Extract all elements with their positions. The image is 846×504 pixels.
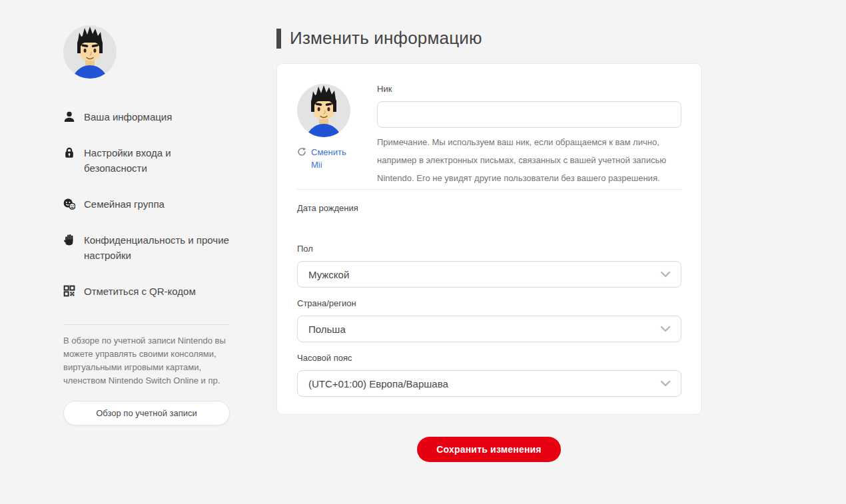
sidebar-item-sign-in-security[interactable]: Настройки входа и безопасности bbox=[63, 145, 230, 176]
chevron-down-icon bbox=[660, 326, 671, 332]
country-field: Страна/регион Польша bbox=[297, 298, 681, 342]
gender-value: Мужской bbox=[308, 269, 349, 280]
country-label: Страна/регион bbox=[297, 298, 681, 309]
save-row: Сохранить изменения bbox=[276, 437, 701, 462]
sidebar-item-family-group[interactable]: Семейная группа bbox=[63, 196, 230, 212]
sidebar-item-label: Конфиденциальность и прочие настройки bbox=[84, 232, 230, 263]
sidebar-nav: Ваша информация Настройки входа и безопа… bbox=[63, 109, 230, 299]
user-mii-avatar bbox=[63, 25, 117, 79]
nickname-field-column: Ник Примечание. Мы используем ваш ник, е… bbox=[377, 84, 681, 187]
hand-icon bbox=[63, 234, 75, 246]
chevron-down-icon bbox=[660, 380, 671, 387]
gender-label: Пол bbox=[297, 244, 681, 254]
country-value: Польша bbox=[308, 324, 346, 335]
qr-code-icon bbox=[63, 285, 75, 297]
family-icon bbox=[63, 198, 75, 210]
form-divider bbox=[297, 189, 681, 190]
page-title-row: Изменить информацию bbox=[276, 28, 701, 49]
nickname-label: Ник bbox=[377, 84, 681, 95]
timezone-select[interactable]: (UTC+01:00) Европа/Варшава bbox=[297, 370, 681, 397]
mii-column: Сменить Mii bbox=[297, 84, 350, 187]
timezone-value: (UTC+01:00) Европа/Варшава bbox=[308, 378, 448, 389]
account-overview-button[interactable]: Обзор по учетной записи bbox=[63, 401, 230, 425]
save-changes-button[interactable]: Сохранить изменения bbox=[417, 437, 561, 462]
sidebar-footer-text: В обзоре по учетной записи Nintendo вы м… bbox=[63, 334, 230, 387]
sidebar-item-your-info[interactable]: Ваша информация bbox=[63, 109, 230, 125]
sidebar-item-label: Настройки входа и безопасности bbox=[84, 145, 230, 176]
chevron-down-icon bbox=[660, 271, 671, 278]
main-content: Изменить информацию Сменить Mii Ник bbox=[276, 28, 701, 462]
sidebar: Ваша информация Настройки входа и безопа… bbox=[63, 25, 230, 425]
change-mii-link[interactable]: Сменить Mii bbox=[297, 146, 350, 171]
timezone-field: Часовой пояс (UTC+01:00) Европа/Варшава bbox=[297, 353, 681, 397]
birthdate-value-area bbox=[297, 214, 681, 244]
country-select[interactable]: Польша bbox=[297, 316, 681, 342]
sidebar-item-label: Ваша информация bbox=[84, 109, 172, 125]
change-mii-label: Сменить Mii bbox=[311, 146, 350, 171]
sidebar-item-qr-checkin[interactable]: Отметиться с QR-кодом bbox=[63, 284, 230, 299]
sidebar-divider bbox=[63, 324, 230, 325]
gender-field: Пол Мужской bbox=[297, 244, 681, 288]
sidebar-item-label: Отметиться с QR-кодом bbox=[84, 284, 196, 299]
nickname-input[interactable] bbox=[377, 101, 681, 128]
refresh-icon bbox=[297, 147, 306, 156]
form-mii-avatar bbox=[297, 84, 350, 137]
page-title: Изменить информацию bbox=[290, 28, 482, 49]
nintendo-account-page: Ваша информация Настройки входа и безопа… bbox=[0, 0, 846, 504]
nickname-section: Сменить Mii Ник Примечание. Мы используе… bbox=[297, 84, 681, 187]
timezone-label: Часовой пояс bbox=[297, 353, 681, 364]
profile-form-card: Сменить Mii Ник Примечание. Мы используе… bbox=[276, 63, 701, 415]
sidebar-item-privacy-settings[interactable]: Конфиденциальность и прочие настройки bbox=[63, 232, 230, 263]
gender-select[interactable]: Мужской bbox=[297, 261, 681, 288]
person-icon bbox=[63, 111, 75, 123]
nickname-note: Примечание. Мы используем ваш ник, если … bbox=[377, 133, 681, 187]
title-accent-bar bbox=[276, 29, 281, 49]
lock-icon bbox=[63, 146, 75, 158]
sidebar-item-label: Семейная группа bbox=[84, 196, 165, 212]
birthdate-label: Дата рождения bbox=[297, 203, 681, 214]
